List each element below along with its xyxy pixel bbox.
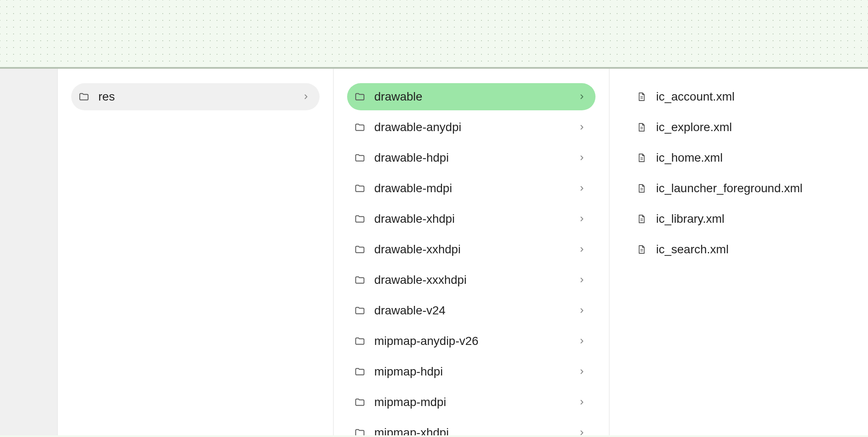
chevron-right-icon [577, 367, 587, 377]
folder-icon [354, 427, 366, 435]
folder-icon [354, 274, 366, 286]
folder-icon [354, 244, 366, 255]
file-label: ic_home.xml [656, 151, 846, 165]
file-item[interactable]: ic_launcher_foreground.xml [629, 175, 854, 202]
canvas-dotted-background [0, 0, 868, 69]
left-gutter [0, 69, 57, 435]
chevron-right-icon [577, 92, 587, 102]
folder-label: mipmap-mdpi [374, 395, 577, 409]
folder-item[interactable]: drawable-xxxhdpi [347, 266, 595, 294]
folder-label: mipmap-anydip-v26 [374, 334, 577, 348]
folder-icon [354, 305, 366, 317]
folder-label: mipmap-xhdpi [374, 426, 577, 435]
file-icon [636, 182, 648, 194]
file-icon [636, 244, 648, 255]
column-1: res [58, 69, 334, 435]
folder-item[interactable]: mipmap-mdpi [347, 389, 595, 416]
folder-label: drawable-xhdpi [374, 212, 577, 226]
folder-item-drawable[interactable]: drawable [347, 83, 595, 110]
chevron-right-icon [577, 275, 587, 285]
folder-icon [354, 335, 366, 347]
folder-item[interactable]: drawable-xhdpi [347, 205, 595, 233]
chevron-right-icon [577, 214, 587, 224]
file-icon [636, 213, 648, 225]
chevron-right-icon [577, 153, 587, 163]
folder-icon [354, 91, 366, 103]
chevron-right-icon [577, 305, 587, 316]
folder-label: drawable [374, 90, 577, 104]
file-label: ic_account.xml [656, 90, 846, 104]
chevron-right-icon [577, 122, 587, 132]
folder-label: drawable-anydpi [374, 120, 577, 134]
folder-item[interactable]: drawable-hdpi [347, 144, 595, 171]
chevron-right-icon [577, 183, 587, 193]
folder-label: drawable-mdpi [374, 182, 577, 195]
column-2: drawable drawable-anydpi drawable-hdpi [334, 69, 609, 435]
file-label: ic_explore.xml [656, 120, 846, 134]
file-item[interactable]: ic_home.xml [629, 144, 854, 171]
file-label: ic_library.xml [656, 212, 846, 226]
folder-icon [354, 121, 366, 133]
folder-item[interactable]: mipmap-anydip-v26 [347, 328, 595, 355]
folder-label: mipmap-hdpi [374, 365, 577, 378]
folder-icon [354, 366, 366, 378]
file-icon [636, 152, 648, 164]
file-icon [636, 121, 648, 133]
folder-item[interactable]: mipmap-xhdpi [347, 419, 595, 435]
folder-icon [354, 152, 366, 164]
folder-item[interactable]: mipmap-hdpi [347, 358, 595, 385]
folder-item[interactable]: drawable-anydpi [347, 114, 595, 141]
folder-icon [354, 182, 366, 194]
file-item[interactable]: ic_search.xml [629, 236, 854, 263]
chevron-right-icon [577, 428, 587, 435]
file-browser: res drawable drawabl [0, 69, 868, 435]
folder-icon [354, 396, 366, 408]
chevron-right-icon [577, 397, 587, 407]
folder-icon [354, 213, 366, 225]
folder-label: res [98, 90, 301, 104]
folder-item[interactable]: drawable-xxhdpi [347, 236, 595, 263]
folder-label: drawable-xxhdpi [374, 243, 577, 256]
file-label: ic_search.xml [656, 243, 846, 256]
folder-item[interactable]: drawable-mdpi [347, 175, 595, 202]
folder-item-res[interactable]: res [71, 83, 320, 110]
chevron-right-icon [577, 244, 587, 255]
miller-columns: res drawable drawabl [57, 69, 868, 435]
folder-item[interactable]: drawable-v24 [347, 297, 595, 324]
file-item[interactable]: ic_library.xml [629, 205, 854, 233]
file-label: ic_launcher_foreground.xml [656, 182, 846, 195]
folder-label: drawable-xxxhdpi [374, 273, 577, 287]
file-icon [636, 91, 648, 103]
folder-label: drawable-hdpi [374, 151, 577, 165]
chevron-right-icon [301, 92, 311, 102]
chevron-right-icon [577, 336, 587, 346]
folder-icon [78, 91, 90, 103]
file-item[interactable]: ic_explore.xml [629, 114, 854, 141]
file-item[interactable]: ic_account.xml [629, 83, 854, 110]
column-3: ic_account.xml ic_explore.xml ic_home.xm… [609, 69, 868, 435]
folder-label: drawable-v24 [374, 304, 577, 317]
